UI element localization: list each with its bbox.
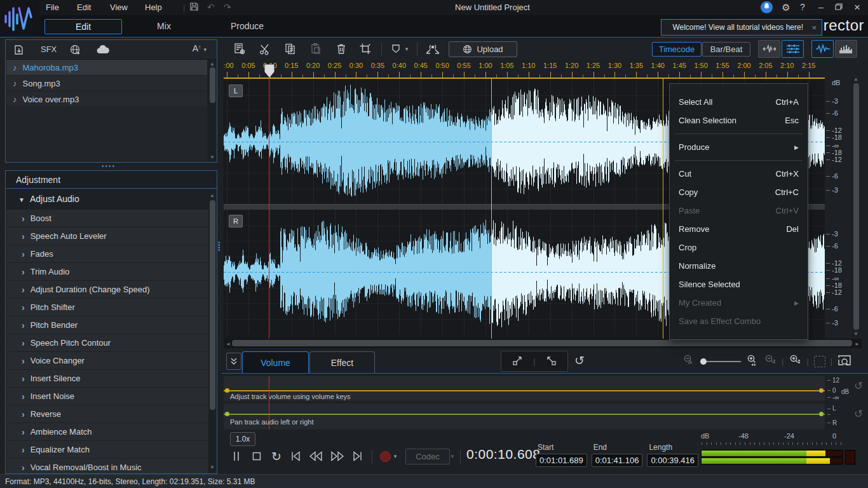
next-button[interactable] xyxy=(349,448,367,464)
adjustment-item-boost[interactable]: ›Boost xyxy=(6,210,208,227)
stretch-view-icon[interactable] xyxy=(758,40,780,58)
adjustment-item-speech-pitch-contour[interactable]: ›Speech Pitch Contour xyxy=(6,334,208,352)
add-keyframe-icon[interactable] xyxy=(512,355,523,368)
close-button[interactable]: × xyxy=(850,1,865,13)
tab-effect[interactable]: Effect xyxy=(309,351,375,373)
record-dropdown-icon[interactable]: ▾ xyxy=(391,448,399,464)
adjustment-item-adjust-duration-change-speed[interactable]: ›Adjust Duration (Change Speed) xyxy=(6,281,208,299)
menu-item-clean-selection[interactable]: Clean SelectionEsc xyxy=(670,111,808,130)
pan-keyframe-lane[interactable]: Pan track audio left or right xyxy=(224,403,825,430)
adjustment-item-equalizer-match[interactable]: ›Equalizer Match xyxy=(6,441,208,459)
adjustment-item-vocal-removal-boost-in-music[interactable]: ›Vocal Removal/Boost in Music xyxy=(6,459,208,473)
adjustment-item-insert-noise[interactable]: ›Insert Noise xyxy=(6,388,208,405)
menu-item-copy[interactable]: CopyCtrl+C xyxy=(670,183,808,201)
minimize-button[interactable]: – xyxy=(813,1,829,13)
menu-edit[interactable]: Edit xyxy=(77,3,91,12)
menu-help[interactable]: Help xyxy=(145,3,162,12)
panel-splitter-vertical[interactable]: •••• xyxy=(218,241,222,252)
save-icon[interactable] xyxy=(189,2,199,13)
zoom-slider[interactable] xyxy=(700,358,741,365)
tab-mix[interactable]: Mix xyxy=(135,19,193,33)
file-item-mahoroba-mp3[interactable]: ♪Mahoroba.mp3 xyxy=(6,60,207,76)
volume-line[interactable] xyxy=(224,390,825,391)
adjustment-item-voice-changer[interactable]: ›Voice Changer xyxy=(6,352,208,370)
zoom-in-vertical-icon[interactable] xyxy=(789,354,801,369)
waveform-view-icon[interactable] xyxy=(811,40,834,58)
menu-item-crop[interactable]: Crop xyxy=(670,238,808,257)
zoom-selection-icon[interactable] xyxy=(837,355,851,369)
waveform-vertical-scrollbar[interactable]: ▲ ▼ xyxy=(852,75,860,338)
adjustment-item-ambience-match[interactable]: ›Ambience Match xyxy=(6,423,208,441)
pan-key-end[interactable] xyxy=(819,412,824,416)
copy-icon[interactable] xyxy=(282,41,299,57)
adjust-audio-section-header[interactable]: ▼Adjust Audio xyxy=(6,189,217,209)
multitrack-view-icon[interactable] xyxy=(782,40,804,58)
clip-indicator[interactable] xyxy=(845,450,855,464)
import-media-icon[interactable] xyxy=(11,42,27,57)
file-item-song-mp3[interactable]: ♪Song.mp3 xyxy=(6,76,207,92)
adjustment-item-pitch-shifter[interactable]: ›Pitch Shifter xyxy=(6,299,208,316)
selection-start-line[interactable] xyxy=(491,79,492,339)
loop-button[interactable]: ↻ xyxy=(268,448,285,464)
playback-speed-button[interactable]: 1.0x xyxy=(230,432,255,446)
spectral-view-icon[interactable] xyxy=(835,40,857,58)
zoom-in-horizontal-icon[interactable] xyxy=(746,354,759,369)
menu-view[interactable]: View xyxy=(110,3,128,12)
marker-dropdown-icon[interactable]: ▾ xyxy=(403,41,410,57)
volume-reset-icon[interactable]: ↺ xyxy=(854,379,863,393)
file-list-scrollbar[interactable]: ▲ ▼ xyxy=(208,60,217,161)
text-to-speech-button[interactable]: A↑ ▾ xyxy=(193,43,207,53)
tooltip-close-icon[interactable]: × xyxy=(810,23,818,32)
fast-forward-button[interactable] xyxy=(329,448,346,464)
settings-gear-icon[interactable]: ⚙ xyxy=(778,1,794,13)
menu-item-remove[interactable]: RemoveDel xyxy=(670,220,808,238)
adjustment-item-insert-silence[interactable]: ›Insert Silence xyxy=(6,370,208,388)
delete-trash-icon[interactable] xyxy=(333,41,349,57)
ambience-icon[interactable] xyxy=(423,41,442,57)
waveform-horizontal-scrollbar[interactable]: ◄ ► xyxy=(224,339,862,348)
help-icon[interactable]: ? xyxy=(795,1,810,13)
undo-icon[interactable]: ↶ xyxy=(207,2,215,12)
crop-icon[interactable] xyxy=(357,41,374,57)
menu-item-silence-selected[interactable]: Silence Selected xyxy=(670,275,808,294)
pause-button[interactable] xyxy=(227,448,245,464)
volume-key-start[interactable] xyxy=(225,388,229,393)
adjustment-item-trim-audio[interactable]: ›Trim Audio xyxy=(6,263,208,281)
redo-icon[interactable]: ↷ xyxy=(224,2,231,12)
marker-icon[interactable] xyxy=(388,41,404,57)
adjustment-item-fades[interactable]: ›Fades xyxy=(6,245,208,263)
cut-scissors-icon[interactable] xyxy=(257,41,273,57)
menu-item-select-all[interactable]: Select AllCtrl+A xyxy=(670,93,808,111)
adjustment-scrollbar[interactable]: ▲ ▼ xyxy=(208,190,217,473)
file-item-voice-over-mp3[interactable]: ♪Voice over.mp3 xyxy=(6,92,207,107)
sfx-library-button[interactable]: SFX xyxy=(41,44,57,54)
pan-reset-icon[interactable]: ↺ xyxy=(854,407,863,421)
volume-key-end[interactable] xyxy=(819,388,824,393)
menu-item-normalize[interactable]: Normalize xyxy=(670,257,808,275)
menu-item-cut[interactable]: CutCtrl+X xyxy=(670,165,808,183)
time-field-value[interactable]: 0:01:01.689 xyxy=(536,454,587,467)
rewind-button[interactable] xyxy=(307,448,325,464)
time-field-value[interactable]: 0:00:39.416 xyxy=(647,454,698,467)
adjustment-item-speech-auto-leveler[interactable]: ›Speech Auto Leveler xyxy=(6,227,208,245)
time-field-value[interactable]: 0:01:41.106 xyxy=(592,454,643,467)
bar-beat-button[interactable]: Bar/Beat xyxy=(702,42,750,57)
pan-key-start[interactable] xyxy=(225,412,229,416)
adjustment-item-pitch-bender[interactable]: ›Pitch Bender xyxy=(6,316,208,334)
adjustment-item-reverse[interactable]: ›Reverse xyxy=(6,405,208,423)
menu-file[interactable]: File xyxy=(46,3,59,12)
tab-edit[interactable]: Edit xyxy=(44,19,122,34)
pan-line[interactable] xyxy=(224,414,825,415)
restore-button[interactable] xyxy=(831,1,846,13)
undo-keyframe-icon[interactable]: ↺ xyxy=(574,353,585,368)
volume-keyframe-lane[interactable]: Adjust track volume using volume keys xyxy=(224,376,825,401)
properties-icon[interactable] xyxy=(231,41,248,57)
tab-produce[interactable]: Produce xyxy=(212,19,282,33)
selection-end-line[interactable] xyxy=(663,79,663,339)
menu-item-produce[interactable]: Produce▶ xyxy=(670,138,808,156)
stop-button[interactable] xyxy=(248,448,266,464)
download-sounds-globe-icon[interactable] xyxy=(67,42,83,57)
collapse-keyframe-button[interactable] xyxy=(226,353,241,370)
zoom-slider-handle[interactable] xyxy=(700,358,707,365)
previous-button[interactable] xyxy=(287,448,304,464)
